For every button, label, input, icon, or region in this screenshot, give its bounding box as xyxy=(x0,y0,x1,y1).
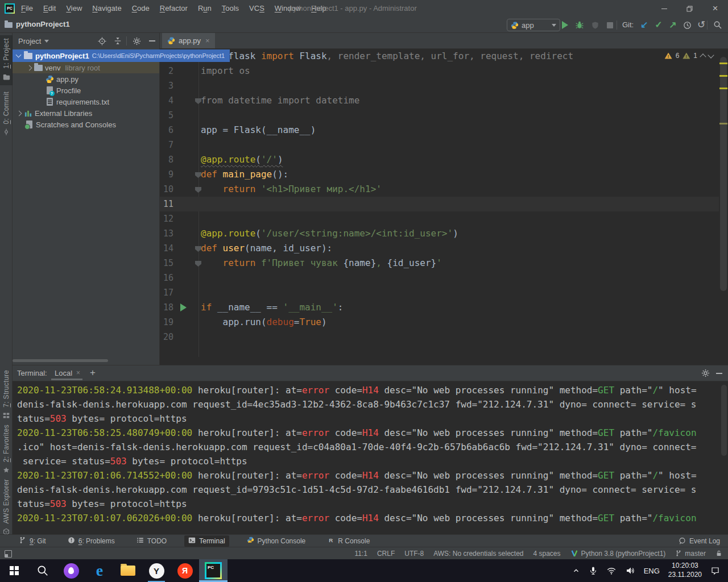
tree-item-procfile[interactable]: Procfile xyxy=(13,85,159,96)
event-log-button[interactable]: Event Log xyxy=(679,535,720,547)
tree-item-venv[interactable]: venvlibrary root xyxy=(13,62,159,73)
menu-edit[interactable]: Edit xyxy=(38,0,61,17)
minimize-button[interactable] xyxy=(651,0,677,17)
close-terminal-tab-icon[interactable]: × xyxy=(76,365,80,381)
tray-chevron-up-icon[interactable] xyxy=(572,567,580,575)
editor-scrollbar[interactable] xyxy=(720,57,727,291)
close-tab-icon[interactable]: × xyxy=(205,36,210,45)
menu-refactor[interactable]: Refactor xyxy=(155,0,193,17)
code-area[interactable]: 1from flask import Flask, render_templat… xyxy=(160,49,728,365)
toolwindow-button-9-git[interactable]: 9: Git xyxy=(15,535,50,547)
warning-stripe-mark[interactable] xyxy=(719,63,727,64)
git-branch-widget[interactable]: master xyxy=(675,550,706,558)
indent-setting[interactable]: 4 spaces xyxy=(533,550,561,558)
search-everywhere-icon[interactable] xyxy=(712,19,724,31)
tree-item-project-root[interactable]: pythonProject1 C:\Users\dEniS\PycharmPro… xyxy=(13,49,230,62)
line-ending[interactable]: CRLF xyxy=(377,550,395,558)
menu-navigate[interactable]: Navigate xyxy=(87,0,126,17)
warning-stripe-mark[interactable] xyxy=(719,75,727,77)
terminal-scrollbar[interactable] xyxy=(721,385,727,456)
interpreter-widget[interactable]: Python 3.8 (pythonProject1) xyxy=(570,550,666,558)
tab-label: app.py xyxy=(179,36,201,45)
stripe-button-1-project[interactable]: 1: Project xyxy=(0,35,13,85)
tree-item-scratches-and-consoles[interactable]: Scratches and Consoles xyxy=(13,119,159,130)
hide-panel-icon[interactable] xyxy=(147,36,157,45)
taskbar-yandex-browser-button[interactable]: Y xyxy=(142,559,171,582)
toolwindow-button-6-problems[interactable]: 6: Problems xyxy=(64,535,119,547)
rollback-icon[interactable]: ↺ xyxy=(695,19,708,31)
stripe-button-0-commit[interactable]: 0: Commit xyxy=(0,89,13,140)
stripe-button-label: 2: Favorites xyxy=(2,425,10,462)
git-update-icon[interactable]: ↙ xyxy=(638,19,651,31)
taskbar-alice-button[interactable] xyxy=(57,559,85,582)
git-push-icon[interactable]: ↗ xyxy=(667,19,679,31)
tree-item-requirements-txt[interactable]: requirements.txt xyxy=(13,96,159,107)
menu-view[interactable]: View xyxy=(61,0,87,17)
chevron-collapsed-icon[interactable] xyxy=(27,65,32,70)
taskbar-start-button[interactable] xyxy=(0,559,28,582)
taskbar-edge-button[interactable]: e xyxy=(85,559,114,582)
history-icon[interactable] xyxy=(681,19,693,31)
warning-stripe-mark[interactable] xyxy=(719,88,727,89)
tree-item-app-py[interactable]: app.py xyxy=(13,73,159,85)
run-button[interactable] xyxy=(559,19,571,31)
taskbar-search-button[interactable] xyxy=(28,559,57,582)
toolwindow-button-todo[interactable]: TODO xyxy=(133,535,171,547)
menubar: FileEditViewNavigateCodeRefactorRunTools… xyxy=(16,0,332,17)
hide-terminal-icon[interactable] xyxy=(716,373,722,374)
lock-icon[interactable] xyxy=(715,550,722,557)
git-commit-icon[interactable]: ✓ xyxy=(652,19,665,31)
project-breadcrumb[interactable]: pythonProject1 xyxy=(5,20,70,28)
stripe-button-aws-explorer[interactable]: AWS Explorer xyxy=(0,476,13,541)
menu-tools[interactable]: Tools xyxy=(217,0,244,17)
code-line-10: 10 return '<h1>Привет мир.</h1>' xyxy=(160,182,719,197)
stripe-button-7-structure[interactable]: 7: Structure xyxy=(0,367,13,424)
next-issue-icon[interactable] xyxy=(708,52,714,58)
locate-file-icon[interactable] xyxy=(97,36,107,45)
volume-icon[interactable] xyxy=(625,566,635,575)
code-text: app.run(debug=True) xyxy=(201,315,327,330)
notifications-icon[interactable] xyxy=(710,566,720,575)
close-button[interactable]: × xyxy=(702,0,728,17)
menu-file[interactable]: File xyxy=(16,0,38,17)
tree-item-external-libraries[interactable]: External Libraries xyxy=(13,107,159,119)
warning-stripe-mark[interactable] xyxy=(719,123,727,124)
terminal-settings-gear-icon[interactable] xyxy=(701,369,710,380)
menu-code[interactable]: Code xyxy=(127,0,155,17)
taskbar-yandex-button[interactable]: Я xyxy=(171,559,199,582)
microphone-icon[interactable] xyxy=(589,566,598,575)
restore-button[interactable] xyxy=(677,0,702,17)
toolwindow-button-terminal[interactable]: Terminal xyxy=(184,535,229,547)
tab-app-py[interactable]: app.py × xyxy=(162,33,215,48)
clock[interactable]: 10:20:03 23.11.2020 xyxy=(668,562,702,579)
toolwindow-toggle-icon[interactable] xyxy=(5,550,12,558)
menu-run[interactable]: Run xyxy=(193,0,217,17)
stop-button[interactable] xyxy=(603,19,616,31)
wifi-icon[interactable] xyxy=(606,566,617,575)
new-terminal-icon[interactable]: + xyxy=(90,365,96,380)
chevron-collapsed-icon[interactable] xyxy=(16,110,22,116)
toolwindow-button-r-console[interactable]: RR Console xyxy=(323,535,374,547)
stripe-button-2-favorites[interactable]: 2: Favorites xyxy=(0,422,13,479)
project-panel-title[interactable]: Project xyxy=(18,37,49,45)
taskbar-explorer-button[interactable] xyxy=(114,559,142,582)
collapse-all-icon[interactable] xyxy=(113,36,123,45)
caret-position[interactable]: 11:1 xyxy=(354,550,367,558)
terminal-panel[interactable]: Terminal: Local × + 2020-11-23T06:58:24.… xyxy=(13,365,728,534)
inspections-widget[interactable]: 6 1 xyxy=(665,52,713,60)
editor[interactable]: app.py × 1from flask import Flask, rende… xyxy=(159,33,728,365)
file-encoding[interactable]: UTF-8 xyxy=(404,550,424,558)
language-indicator[interactable]: ENG xyxy=(644,567,660,575)
toolwindow-button-python-console[interactable]: Python Console xyxy=(243,535,310,547)
taskbar-pycharm-button[interactable]: PC xyxy=(199,559,228,582)
debug-button[interactable] xyxy=(573,19,586,31)
terminal-tab-local[interactable]: Local xyxy=(55,365,72,381)
aws-credentials[interactable]: AWS: No credentials selected xyxy=(433,550,523,558)
horizontal-scrollbar[interactable] xyxy=(13,359,108,362)
run-line-icon[interactable] xyxy=(180,304,187,311)
coverage-button[interactable] xyxy=(589,19,601,31)
run-configuration-select[interactable]: app xyxy=(507,19,560,31)
prev-issue-icon[interactable] xyxy=(700,53,706,60)
menu-vcs[interactable]: VCS xyxy=(244,0,270,17)
gear-icon[interactable] xyxy=(131,36,142,45)
